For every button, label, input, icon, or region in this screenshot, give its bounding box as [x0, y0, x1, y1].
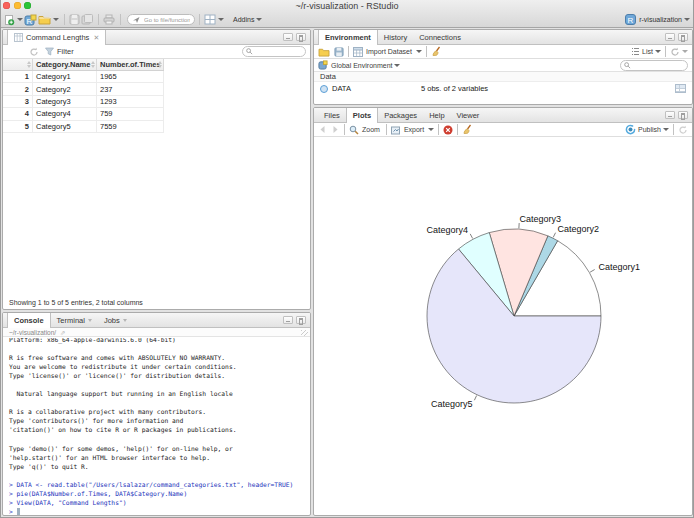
cell-number-of-times: 237 — [97, 83, 164, 94]
project-name: r-visualization — [639, 16, 682, 23]
tab-help[interactable]: Help — [423, 108, 450, 122]
table-row[interactable]: 4Category4759 — [3, 108, 164, 120]
table-row[interactable]: 5Category57559 — [3, 121, 164, 133]
forward-plot-icon[interactable] — [331, 125, 340, 134]
tab-console[interactable]: Console — [7, 313, 51, 328]
open-folder-link-icon[interactable]: ⇗ — [60, 329, 65, 336]
console-line: > pie(DATA$Number.of.Times, DATA$Categor… — [9, 489, 310, 498]
new-file-icon — [4, 14, 15, 26]
refresh-icon[interactable] — [29, 47, 39, 57]
environment-search-input[interactable] — [633, 62, 684, 69]
clear-plots-icon[interactable] — [462, 124, 473, 135]
row-number: 4 — [3, 108, 33, 119]
zoom-plot-button[interactable]: Zoom — [362, 126, 380, 133]
new-project-button[interactable]: R — [24, 14, 37, 26]
project-selector[interactable]: R r-visualization — [625, 12, 690, 27]
print-button[interactable] — [103, 14, 115, 25]
search-icon — [246, 48, 253, 55]
save-all-button[interactable] — [81, 14, 93, 25]
export-caret-icon — [428, 128, 434, 131]
viewer-search-box[interactable] — [242, 46, 306, 57]
import-dataset-button[interactable]: Import Dataset — [366, 48, 412, 55]
pie-label-category5: Category5 — [431, 399, 473, 409]
maximize-pane-button[interactable] — [296, 33, 306, 41]
clear-objects-icon[interactable] — [431, 46, 442, 57]
tab-jobs[interactable]: Jobs — [98, 313, 133, 327]
console-output[interactable]: Platform: x86_64-apple-darwin15.6.0 (64-… — [3, 338, 310, 515]
environment-scope-row: Global Environment — [314, 59, 692, 72]
cell-category-name: Category3 — [33, 96, 97, 107]
row-number-header[interactable] — [3, 59, 33, 70]
column-header-times[interactable]: Number.of.Times — [97, 59, 164, 70]
pie-tick — [474, 396, 476, 401]
maximize-pane-button[interactable] — [296, 316, 306, 324]
cell-category-name: Category4 — [33, 108, 97, 119]
minimize-pane-button[interactable] — [665, 33, 675, 41]
refresh-environment-icon[interactable] — [670, 47, 680, 57]
tab-command-lengths[interactable]: Command Lengths ✕ — [7, 30, 106, 45]
publish-icon — [625, 124, 636, 135]
cell-category-name: Category2 — [33, 83, 97, 94]
cell-category-name: Category5 — [33, 121, 97, 132]
tab-history[interactable]: History — [378, 30, 413, 44]
addins-button[interactable]: Addins — [233, 16, 262, 23]
row-number: 5 — [3, 121, 33, 132]
viewer-search-input[interactable] — [255, 48, 302, 55]
console-line: 'help.start()' for an HTML browser inter… — [9, 453, 310, 462]
tab-files[interactable]: Files — [318, 108, 346, 122]
minimize-pane-button[interactable] — [283, 33, 293, 41]
console-line — [9, 435, 310, 444]
tab-viewer[interactable]: Viewer — [451, 108, 486, 122]
filter-label[interactable]: Filter — [57, 47, 74, 56]
remove-plot-icon[interactable] — [443, 125, 453, 135]
goto-file-icon — [132, 15, 141, 24]
publish-button[interactable]: Publish — [638, 126, 661, 133]
environment-object-row[interactable]: DATA 5 obs. of 2 variables — [314, 82, 692, 95]
goto-file-box[interactable] — [127, 14, 195, 25]
new-file-button[interactable] — [4, 14, 23, 26]
maximize-pane-button[interactable] — [678, 33, 688, 41]
minimize-pane-button[interactable] — [665, 111, 675, 119]
save-icon — [69, 14, 80, 25]
console-line — [9, 380, 310, 389]
save-workspace-icon[interactable] — [334, 47, 344, 57]
tab-terminal[interactable]: Terminal — [51, 313, 98, 327]
search-icon — [624, 62, 631, 69]
maximize-pane-button[interactable] — [678, 111, 688, 119]
environment-search-box[interactable] — [620, 60, 688, 71]
console-working-dir: ~/r-visualization/ ⇗ — [3, 328, 310, 337]
export-plot-button[interactable]: Export — [404, 126, 424, 133]
environment-scope-button[interactable]: Global Environment — [331, 62, 392, 69]
table-row[interactable]: 2Category2237 — [3, 83, 164, 95]
viewer-toolbar: Filter — [3, 45, 310, 59]
tab-plots[interactable]: Plots — [346, 108, 378, 123]
cell-number-of-times: 759 — [97, 108, 164, 119]
goto-file-input[interactable] — [144, 17, 190, 23]
object-name: DATA — [332, 84, 351, 93]
view-table-icon[interactable] — [675, 84, 686, 93]
open-file-button[interactable] — [38, 14, 59, 25]
console-line: Type 'q()' to quit R. — [9, 462, 310, 471]
tab-connections[interactable]: Connections — [413, 30, 467, 44]
cell-number-of-times: 1965 — [97, 71, 164, 82]
tab-environment[interactable]: Environment — [318, 30, 378, 45]
save-button[interactable] — [69, 14, 80, 25]
minimize-pane-button[interactable] — [283, 316, 293, 324]
title-bar: ~/r-visualization - RStudio R — [0, 0, 694, 28]
table-row[interactable]: 1Category11965 — [3, 71, 164, 83]
column-header-name[interactable]: Category.Name — [33, 59, 97, 70]
workspace-panes-button[interactable] — [204, 14, 224, 25]
open-folder-icon — [38, 14, 51, 25]
tab-packages[interactable]: Packages — [378, 108, 423, 122]
refresh-plot-icon[interactable] — [678, 125, 688, 135]
back-plot-icon[interactable] — [318, 125, 327, 134]
close-tab-icon[interactable]: ✕ — [93, 34, 99, 42]
resize-grip-icon[interactable] — [301, 330, 308, 336]
console-line: Natural language support but running in … — [9, 389, 310, 398]
data-viewer-tabbar: Command Lengths ✕ — [3, 30, 310, 45]
list-view-button[interactable]: List — [642, 48, 653, 55]
load-workspace-icon[interactable] — [318, 47, 330, 57]
tab-label: Command Lengths — [26, 33, 89, 42]
table-row[interactable]: 3Category31293 — [3, 96, 164, 108]
zoom-plot-icon — [349, 125, 359, 135]
